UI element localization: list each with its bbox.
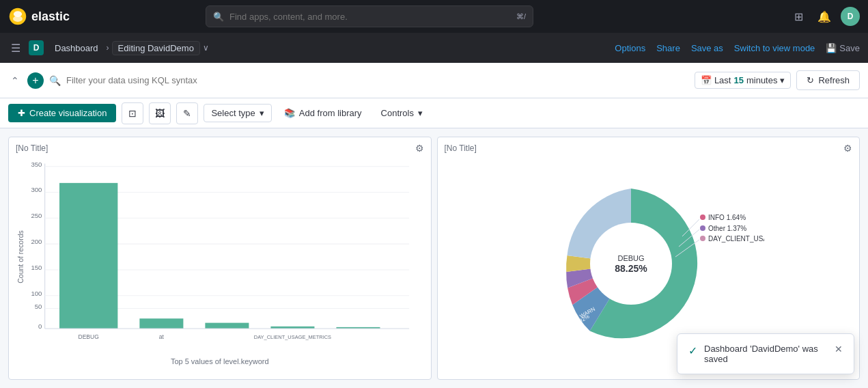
switch-view-button[interactable]: Switch to view mode	[734, 43, 815, 53]
bar-chart-header: [No Title] ⚙	[9, 137, 431, 156]
svg-text:DEBUG: DEBUG	[79, 333, 99, 340]
global-search-input[interactable]	[229, 12, 511, 22]
bar-chart-footer: Top 5 values of level.keyword	[9, 357, 431, 370]
legend-dot-day	[700, 236, 705, 241]
elastic-logo[interactable]: elastic	[8, 7, 70, 26]
donut-chart-header: [No Title] ⚙	[438, 137, 860, 156]
toast-notification: ✓ Dashboard 'DavidDemo' was saved ✕	[677, 333, 854, 374]
options-button[interactable]: Options	[615, 43, 645, 53]
bar-chart-panel: [No Title] ⚙ Count of records 350 300 25…	[8, 137, 432, 380]
legend-label-other: Other 1.37%	[708, 225, 746, 232]
search-shortcut: ⌘/	[516, 12, 526, 21]
time-label: Last	[714, 75, 731, 85]
donut-center-label: DEBUG	[618, 254, 645, 262]
dashboard-badge: D	[29, 40, 44, 55]
bar-at	[139, 318, 183, 329]
donut-chart-svg: DEBUG 88.25% INFO 1.64% Other 1.37% DAY_…	[532, 168, 764, 359]
kql-filter-input[interactable]	[66, 75, 689, 85]
calendar-icon: 📅	[701, 75, 712, 85]
global-search-bar[interactable]: 🔍 ⌘/	[206, 5, 533, 27]
svg-text:0: 0	[38, 322, 42, 330]
create-visualization-button[interactable]: ✚ Create visualization	[8, 104, 116, 122]
time-value: 15	[733, 75, 743, 85]
legend-dot-other	[700, 225, 705, 231]
nav-icons: ⊞ 🔔 D	[789, 7, 860, 26]
toast-close-button[interactable]: ✕	[835, 344, 843, 355]
create-viz-icon: ✚	[18, 108, 25, 118]
elastic-logo-text: elastic	[31, 10, 70, 24]
user-avatar[interactable]: D	[841, 7, 860, 26]
breadcrumb-editing[interactable]: Editing DavidDemo	[112, 41, 200, 55]
svg-text:350: 350	[31, 161, 42, 168]
y-axis-label: Count of records	[16, 230, 25, 283]
bar-chart-gear-icon[interactable]: ⚙	[415, 143, 424, 154]
breadcrumb-bar: ☰ D Dashboard › Editing DavidDemo ∨ Opti…	[0, 33, 868, 63]
refresh-button[interactable]: ↻ Refresh	[796, 70, 860, 90]
breadcrumb-actions: Options Share Save as Switch to view mod…	[615, 43, 860, 53]
controls-button[interactable]: Controls ▾	[374, 105, 430, 122]
apps-icon[interactable]: ⊞	[789, 7, 808, 26]
add-from-library-button[interactable]: 📚 Add from library	[277, 105, 369, 122]
toast-message: Dashboard 'DavidDemo' was saved	[704, 344, 828, 364]
select-type-button[interactable]: Select type ▾	[204, 104, 271, 122]
svg-text:100: 100	[31, 290, 42, 297]
legend-dot-info	[700, 214, 705, 220]
refresh-icon: ↻	[807, 75, 814, 85]
time-picker[interactable]: 📅 Last 15 minutes ▾	[695, 72, 792, 89]
bar-chart-svg: Count of records 350 300 250 200 150 100…	[16, 156, 424, 357]
donut-chart-title: [No Title]	[445, 143, 477, 153]
filter-bar: ⌃ + 🔍 📅 Last 15 minutes ▾ ↻ Refresh	[0, 63, 868, 98]
legend-label-day: DAY_CLIENT_USAGE_METRICS 0.55%	[708, 235, 764, 242]
controls-chevron-icon: ▾	[418, 108, 423, 118]
legend-label-info: INFO 1.64%	[708, 214, 746, 221]
svg-text:200: 200	[31, 238, 42, 245]
filter-collapse-icon[interactable]: ⌃	[8, 72, 22, 89]
bar-chart-title: [No Title]	[16, 143, 48, 153]
toolbar-icon-1[interactable]: ⊡	[122, 102, 143, 124]
breadcrumb-dashboard[interactable]: Dashboard	[49, 42, 104, 55]
time-picker-chevron-icon: ▾	[780, 75, 785, 85]
breadcrumb-chevron-icon[interactable]: ∨	[203, 43, 209, 53]
svg-text:at: at	[159, 333, 165, 340]
toolbar: ✚ Create visualization ⊡ 🖼 ✎ Select type…	[0, 98, 868, 128]
add-filter-button[interactable]: +	[27, 72, 44, 89]
svg-text:DAY_CLIENT_USAGE_METRICS: DAY_CLIENT_USAGE_METRICS	[254, 334, 331, 340]
search-icon: 🔍	[213, 12, 224, 22]
top-navigation: elastic 🔍 ⌘/ ⊞ 🔔 D	[0, 0, 868, 33]
svg-text:300: 300	[31, 186, 42, 194]
save-button[interactable]: 💾 Save	[826, 43, 860, 53]
library-icon: 📚	[284, 108, 295, 118]
time-unit: minutes	[746, 75, 778, 85]
search-filter-icon: 🔍	[49, 75, 61, 86]
toast-check-icon: ✓	[688, 344, 697, 357]
bar-3	[205, 323, 249, 329]
donut-center-value: 88.25%	[615, 263, 648, 274]
save-as-button[interactable]: Save as	[691, 43, 723, 53]
select-type-chevron-icon: ▾	[260, 108, 264, 118]
breadcrumb: Dashboard › Editing DavidDemo ∨	[49, 41, 209, 55]
svg-text:50: 50	[35, 303, 42, 310]
toolbar-icon-2[interactable]: 🖼	[149, 102, 171, 124]
bar-debug	[59, 183, 117, 329]
breadcrumb-separator: ›	[107, 43, 109, 53]
save-icon: 💾	[826, 43, 837, 53]
toolbar-icon-3[interactable]: ✎	[176, 102, 198, 124]
hamburger-menu[interactable]: ☰	[8, 39, 23, 57]
donut-chart-gear-icon[interactable]: ⚙	[843, 143, 852, 154]
svg-text:250: 250	[31, 212, 42, 219]
svg-text:150: 150	[31, 264, 42, 271]
share-button[interactable]: Share	[656, 43, 680, 53]
notifications-icon[interactable]: 🔔	[815, 7, 834, 26]
svg-point-2	[13, 16, 23, 22]
